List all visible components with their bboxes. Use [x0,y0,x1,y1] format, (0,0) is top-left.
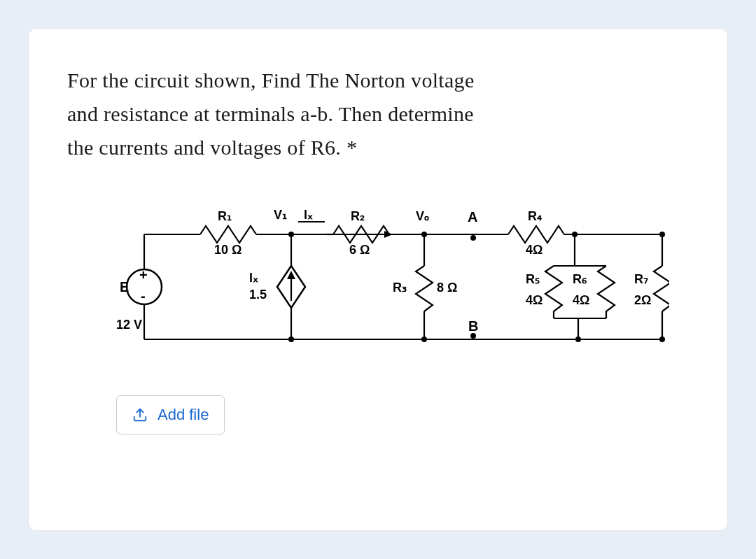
svg-point-28 [572,232,578,237]
svg-point-24 [421,337,427,342]
ix-label-top: Iₓ [304,208,313,222]
r1-name: R₁ [218,209,232,223]
r6-name: R₆ [573,272,587,286]
src-plus: + [139,267,148,283]
b-label: B [468,318,478,334]
r1-value: 10 Ω [214,243,241,257]
r5-value: 4Ω [526,293,542,307]
r3-value: 8 Ω [437,281,457,295]
question-text: For the circuit shown, Find The Norton v… [67,64,689,164]
ix-ctrl: Iₓ [249,271,258,285]
r3-name: R₃ [393,281,407,295]
r2-value: 6 Ω [349,243,370,257]
svg-marker-19 [287,271,295,279]
vo-label: Vₒ [416,209,429,223]
r7-name: R₇ [634,272,648,286]
question-line-2: and resistance at terminals a-b. Then de… [67,102,474,125]
src-name: E [120,279,129,295]
r5-name: R₅ [526,272,540,286]
r4-value: 4Ω [526,243,542,257]
a-label: A [468,209,477,225]
r2-name: R₂ [351,209,365,223]
dep-gain: 1.5 [249,288,267,302]
svg-point-36 [659,337,665,342]
src-value: 12 V [116,318,142,332]
add-file-button[interactable]: Add file [116,395,225,434]
svg-point-25 [470,235,476,241]
circuit-diagram: + - E 12 V R₁ 10 Ω V₁ Iₓ Iₓ 1.5 [116,199,689,360]
svg-point-35 [659,232,665,237]
svg-point-26 [470,333,476,339]
svg-point-20 [288,337,294,342]
question-line-1: For the circuit shown, Find The Norton v… [67,69,475,92]
r4-name: R₄ [528,209,542,223]
question-card: For the circuit shown, Find The Norton v… [28,28,728,531]
v1-label: V₁ [274,208,287,222]
upload-icon [132,407,148,423]
question-line-3: the currents and voltages of R6. * [67,136,357,159]
r7-value: 2Ω [634,293,651,307]
r6-value: 4Ω [573,293,589,307]
src-minus: - [141,288,146,304]
svg-point-32 [575,337,581,342]
add-file-label: Add file [158,406,209,424]
